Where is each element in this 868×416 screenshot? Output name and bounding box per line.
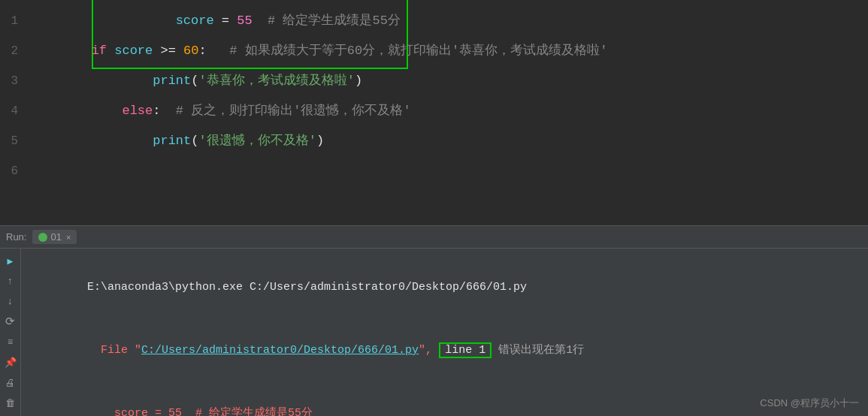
code-line-5: 5 print('很遗憾，你不及格') [0, 126, 868, 156]
line-number-6: 6 [0, 156, 30, 186]
run-toolbar: ▶ ↑ ↓ ⟳ ≡ 📌 🖨 🗑 [0, 249, 21, 416]
run-panel: Run: 01 × ▶ ↑ ↓ ⟳ ≡ 📌 🖨 🗑 E:\anaconda3\p… [0, 225, 868, 416]
run-tab-icon [38, 233, 47, 242]
rerun-button[interactable]: ⟳ [2, 314, 19, 330]
output-line1-comment: 错误出现在第1行 [498, 344, 584, 357]
play-button[interactable]: ▶ [2, 253, 19, 269]
run-header: Run: 01 × [0, 226, 868, 249]
csdn-watermark: CSDN @程序员小十一 [760, 396, 859, 410]
run-output: E:\anaconda3\python.exe C:/Users/adminis… [21, 249, 868, 416]
run-tab[interactable]: 01 × [32, 230, 77, 244]
output-file-prefix: File " [87, 344, 141, 357]
trash-button[interactable]: 🗑 [2, 396, 19, 411]
settings-button[interactable]: ≡ [2, 335, 19, 351]
output-line-path: E:\anaconda3\python.exe C:/Users/adminis… [33, 256, 856, 319]
output-line-code: score = 55 # 给定学生成绩是55分 [33, 382, 856, 416]
line-number-5: 5 [0, 126, 30, 156]
run-tab-close[interactable]: × [66, 233, 71, 242]
scroll-up-button[interactable]: ↑ [2, 273, 19, 289]
run-content: ▶ ↑ ↓ ⟳ ≡ 📌 🖨 🗑 E:\anaconda3\python.exe … [0, 249, 868, 416]
line-number-3: 3 [0, 66, 30, 96]
editor-area: 1 score = 55 # 给定学生成绩是55分 2 if score >= … [0, 0, 868, 225]
line-number-4: 4 [0, 96, 30, 126]
output-line1-box: line 1 [439, 342, 491, 358]
output-path-text: E:\anaconda3\python.exe C:/Users/adminis… [87, 281, 527, 294]
output-file-suffix: ", [419, 344, 432, 357]
output-file-link[interactable]: C:/Users/administrator0/Desktop/666/01.p… [141, 344, 419, 357]
line-number-2: 2 [0, 36, 30, 66]
line-number-1: 1 [0, 6, 30, 36]
print-button[interactable]: 🖨 [2, 375, 19, 391]
scroll-down-button[interactable]: ↓ [2, 294, 19, 309]
code-line-6: 6 [0, 156, 868, 186]
output-code-text: score = 55 # 给定学生成绩是55分 [87, 407, 313, 416]
run-tab-label: 01 [50, 231, 61, 243]
run-label: Run: [6, 231, 26, 243]
output-line-file: File "C:/Users/administrator0/Desktop/66… [33, 319, 856, 382]
pin-button[interactable]: 📌 [2, 355, 19, 371]
